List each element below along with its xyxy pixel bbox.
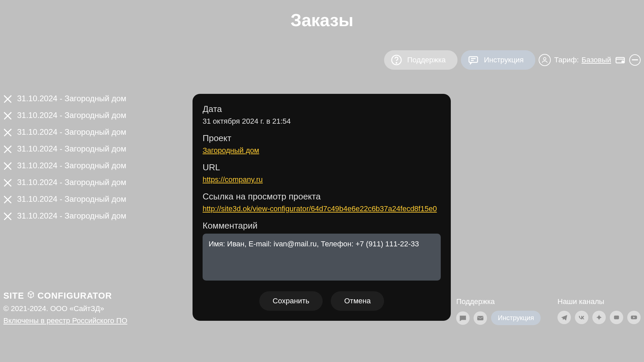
order-detail-panel: Дата 31 октября 2024 г. в 21:54 Проект З… [193,94,451,321]
order-item[interactable]: 31.10.2024 - Загородный дом [3,127,126,137]
order-item[interactable]: 31.10.2024 - Загородный дом [3,194,126,204]
footer-right: Поддержка Инструкция Наши каналы [456,297,641,325]
header-actions: Поддержка Инструкция Тариф: Базовый [384,50,641,70]
question-icon [391,54,402,66]
cube-icon [27,291,35,301]
svg-rect-8 [614,316,619,319]
close-icon[interactable] [3,111,12,120]
footer-logo: SITE CONFIGURATOR [3,291,127,301]
footer-left: SITE CONFIGURATOR © 2021-2024. ООО «Сайт… [3,291,127,325]
youtube-icon[interactable] [627,311,641,324]
order-item[interactable]: 31.10.2024 - Загородный дом [3,144,126,154]
view-link[interactable]: http://site3d.ok/view-configurator/64d7c… [203,204,441,213]
date-label: Дата [203,104,441,114]
order-item[interactable]: 31.10.2024 - Загородный дом [3,94,126,103]
url-link[interactable]: https://company.ru [203,175,441,184]
order-list: 31.10.2024 - Загородный дом 31.10.2024 -… [3,94,126,221]
close-icon[interactable] [3,161,12,170]
close-icon[interactable] [3,195,12,203]
svg-point-3 [544,58,546,60]
order-text: 31.10.2024 - Загородный дом [17,144,126,154]
order-text: 31.10.2024 - Загородный дом [17,94,126,103]
order-text: 31.10.2024 - Загородный дом [17,178,126,187]
order-text: 31.10.2024 - Загородный дом [17,161,126,170]
comment-textarea[interactable] [203,234,441,281]
close-icon[interactable] [3,178,12,187]
footer-channels-section: Наши каналы [557,297,641,325]
close-icon[interactable] [3,212,12,220]
telegram-icon[interactable] [557,311,571,324]
svg-point-5 [622,61,624,63]
channel-icons [557,311,641,324]
url-label: URL [203,162,441,173]
logo-text-left: SITE [3,291,24,301]
project-link[interactable]: Загородный дом [203,146,441,155]
support-icons: Инструкция [456,311,541,325]
view-label: Ссылка на просмотр проекта [203,191,441,202]
mail-icon[interactable] [474,311,487,325]
chat-icon [468,54,479,66]
footer: SITE CONFIGURATOR © 2021-2024. ООО «Сайт… [3,291,641,325]
footer-instruction-button[interactable]: Инструкция [491,311,541,325]
support-heading: Поддержка [456,297,541,306]
order-text: 31.10.2024 - Загородный дом [17,111,126,120]
project-label: Проект [203,133,441,143]
rutube-icon[interactable] [610,311,623,324]
channels-heading: Наши каналы [557,297,641,306]
card-icon[interactable] [614,54,626,66]
comment-label: Комментарий [203,221,441,231]
instruction-button[interactable]: Инструкция [461,50,535,70]
order-text: 31.10.2024 - Загородный дом [17,211,126,221]
registry-link[interactable]: Включены в реестр Российского ПО [3,316,127,325]
page-title: Заказы [0,0,644,44]
footer-support-section: Поддержка Инструкция [456,297,541,325]
support-button[interactable]: Поддержка [384,50,458,70]
svg-point-1 [396,62,397,63]
close-icon[interactable] [3,144,12,153]
order-item[interactable]: 31.10.2024 - Загородный дом [3,111,126,120]
order-item[interactable]: 31.10.2024 - Загородный дом [3,161,126,170]
tariff-prefix: Тариф: [554,56,579,64]
tariff-link[interactable]: Базовый [582,56,611,64]
order-item[interactable]: 31.10.2024 - Загородный дом [3,178,126,187]
mail-chat-icon[interactable] [456,311,470,325]
order-text: 31.10.2024 - Загородный дом [17,194,126,204]
vk-icon[interactable] [575,311,588,324]
order-text: 31.10.2024 - Загородный дом [17,127,126,137]
instruction-label: Инструкция [484,56,524,64]
logo-text-right: CONFIGURATOR [38,291,112,301]
minus-button[interactable] [629,54,641,66]
close-icon[interactable] [3,94,12,103]
copyright: © 2021-2024. ООО «СайтЗД» [3,304,127,313]
close-icon[interactable] [3,128,12,136]
svg-rect-2 [469,57,478,62]
avatar[interactable] [539,54,551,66]
support-label: Поддержка [407,56,446,64]
dzen-icon[interactable] [592,311,606,324]
svg-rect-6 [632,59,638,60]
tariff-info: Тариф: Базовый [554,56,611,64]
order-item[interactable]: 31.10.2024 - Загородный дом [3,211,126,221]
date-value: 31 октября 2024 г. в 21:54 [203,117,441,126]
